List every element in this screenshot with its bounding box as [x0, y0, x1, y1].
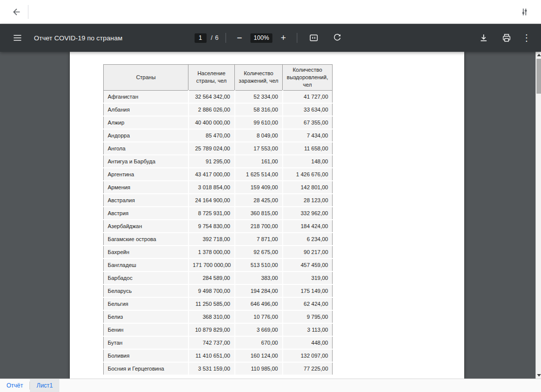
table-cell: Боливия: [104, 349, 188, 362]
table-cell: 8 049,00: [235, 129, 283, 142]
table-cell: 332 962,00: [283, 207, 333, 220]
table-cell: 3 669,00: [235, 323, 283, 336]
table-cell: 360 815,00: [235, 207, 283, 220]
table-cell: Белиз: [104, 310, 188, 323]
table-cell: 368 310,00: [188, 310, 235, 323]
table-cell: 161,00: [235, 155, 283, 168]
table-cell: Бахрейн: [104, 246, 188, 259]
table-cell: 513 510,00: [235, 259, 283, 271]
table-cell: 742 737,00: [188, 336, 235, 349]
print-button[interactable]: [497, 28, 516, 47]
table-cell: Бутан: [104, 336, 188, 349]
header-recoveries: Количество выздоровлений, чел: [283, 65, 333, 91]
scroll-up-button[interactable]: [536, 52, 541, 58]
print-icon: [502, 33, 512, 43]
table-cell: 319,00: [283, 271, 333, 284]
toolbar-divider: [297, 33, 297, 43]
triangle-down-icon: [537, 374, 541, 377]
table-cell: 3 531 159,00: [188, 362, 235, 375]
table-cell: 28 425,00: [235, 194, 283, 207]
table-cell: 67 355,00: [283, 116, 333, 129]
table-cell: 33 634,00: [283, 103, 333, 116]
table-cell: 2 886 026,00: [188, 103, 235, 116]
table-row: Алжир40 400 000,0099 610,0067 355,00: [104, 116, 333, 129]
fit-page-button[interactable]: [304, 28, 323, 47]
table-cell: 1 378 000,00: [188, 246, 235, 259]
table-cell: 11 658,00: [283, 142, 333, 155]
scroll-down-button[interactable]: [536, 372, 541, 379]
zoom-level-input[interactable]: 100%: [250, 33, 272, 43]
table-cell: 52 334,00: [235, 90, 283, 103]
download-button[interactable]: [474, 28, 493, 47]
menu-button[interactable]: [8, 28, 27, 47]
header-countries: Страны: [104, 65, 188, 91]
filters-button[interactable]: [515, 2, 534, 21]
scrollbar-thumb[interactable]: [537, 59, 541, 94]
table-cell: 17 553,00: [235, 142, 283, 155]
table-cell: Багамские острова: [104, 233, 188, 246]
table-cell: Барбадос: [104, 271, 188, 284]
table-cell: 11 250 585,00: [188, 297, 235, 310]
table-cell: 62 424,00: [283, 297, 333, 310]
table-header-row: Страны Население страны, чел Количество …: [104, 65, 333, 91]
table-row: Андорра85 470,008 049,007 434,00: [104, 129, 333, 142]
browser-top-bar: [0, 0, 541, 24]
top-bar-divider: [28, 5, 28, 19]
table-cell: 392 718,00: [188, 233, 235, 246]
table-header: Страны Население страны, чел Количество …: [104, 65, 333, 91]
app-window: Отчет COVID-19 по странам 1 / 6 − 100% +: [0, 0, 541, 392]
table-cell: 457 459,00: [283, 259, 333, 271]
covid-table: Страны Население страны, чел Количество …: [103, 64, 333, 376]
pdf-toolbar: Отчет COVID-19 по странам 1 / 6 − 100% +: [0, 24, 541, 52]
table-cell: 6 234,00: [283, 233, 333, 246]
vertical-scrollbar[interactable]: [536, 52, 541, 379]
table-cell: 91 295,00: [188, 155, 235, 168]
table-row: Босния и Герцеговина3 531 159,00110 985,…: [104, 362, 333, 375]
sheet-tab-report[interactable]: Отчёт: [0, 379, 29, 392]
table-cell: Азербайджан: [104, 220, 188, 233]
table-row: Австралия24 164 900,0028 425,0028 123,00: [104, 194, 333, 207]
table-cell: Албания: [104, 103, 188, 116]
table-cell: 194 284,00: [235, 284, 283, 297]
table-cell: 3 018 854,00: [188, 181, 235, 194]
table-cell: Армения: [104, 181, 188, 194]
sheet-tab-list1[interactable]: Лист1: [30, 379, 59, 392]
table-cell: 284 589,00: [188, 271, 235, 284]
table-cell: 58 316,00: [235, 103, 283, 116]
table-cell: 175 149,00: [283, 284, 333, 297]
page-number-input[interactable]: 1: [194, 33, 206, 43]
header-infections: Количество заражений, чел: [235, 65, 283, 91]
table-cell: 3 113,00: [283, 323, 333, 336]
table-cell: 43 417 000,00: [188, 168, 235, 181]
rotate-button[interactable]: [328, 28, 347, 47]
table-cell: 171 700 000,00: [188, 259, 235, 271]
table-row: Бенин10 879 829,003 669,003 113,00: [104, 323, 333, 336]
table-cell: Бенин: [104, 323, 188, 336]
table-row: Албания2 886 026,0058 316,0033 634,00: [104, 103, 333, 116]
toolbar-divider: [225, 33, 226, 43]
table-cell: 218 700,00: [235, 220, 283, 233]
zoom-in-button[interactable]: +: [277, 31, 290, 44]
more-options-button[interactable]: ⋮: [520, 31, 533, 44]
table-cell: 28 123,00: [283, 194, 333, 207]
page-total: 6: [215, 34, 218, 41]
table-cell: 40 400 000,00: [188, 116, 235, 129]
table-cell: 25 789 024,00: [188, 142, 235, 155]
table-cell: Афганистан: [104, 90, 188, 103]
table-cell: Андорра: [104, 129, 188, 142]
table-row: Боливия11 410 651,00160 124,00132 097,00: [104, 349, 333, 362]
header-population: Население страны, чел: [188, 65, 235, 91]
table-cell: 448,00: [283, 336, 333, 349]
table-cell: 383,00: [235, 271, 283, 284]
table-cell: 10 879 829,00: [188, 323, 235, 336]
table-cell: 159 409,00: [235, 181, 283, 194]
table-row: Бельгия11 250 585,00646 496,0062 424,00: [104, 297, 333, 310]
table-cell: 7 871,00: [235, 233, 283, 246]
pdf-viewer-area: Страны Население страны, чел Количество …: [0, 52, 541, 379]
back-button[interactable]: [7, 2, 26, 21]
table-cell: Алжир: [104, 116, 188, 129]
download-icon: [479, 33, 489, 43]
table-row: Азербайджан9 754 830,00218 700,00184 424…: [104, 220, 333, 233]
table-cell: Беларусь: [104, 284, 188, 297]
zoom-out-button[interactable]: −: [233, 31, 246, 44]
